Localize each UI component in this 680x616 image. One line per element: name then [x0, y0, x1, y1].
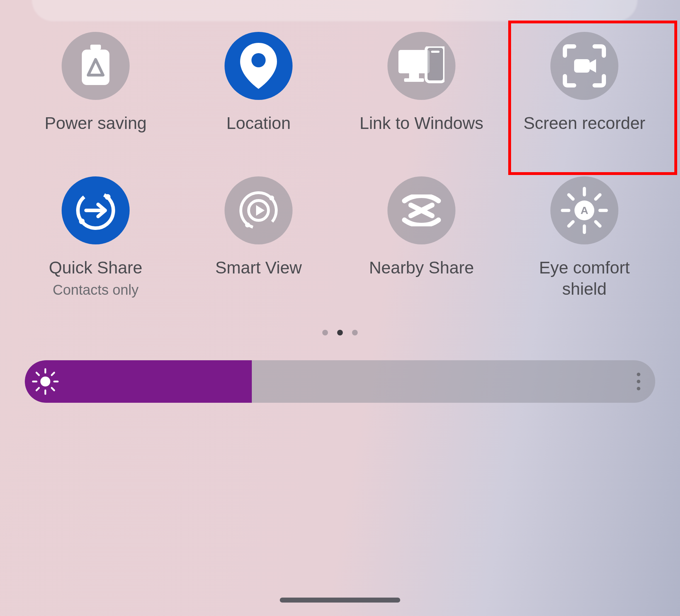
tile-label: Power saving — [45, 113, 147, 134]
svg-point-11 — [79, 219, 85, 224]
svg-line-34 — [36, 388, 39, 390]
tile-label: Link to Windows — [359, 113, 483, 134]
page-dot — [352, 330, 358, 335]
location-pin-icon — [225, 32, 293, 100]
tile-power-saving[interactable]: Power saving — [14, 32, 177, 134]
svg-line-31 — [36, 373, 39, 375]
svg-line-24 — [569, 222, 573, 226]
tile-link-to-windows[interactable]: Link to Windows — [340, 32, 503, 134]
tiles-grid: Power saving Location — [0, 0, 680, 300]
tile-quick-share[interactable]: Quick Share Contacts only — [14, 176, 177, 300]
quick-settings-panel: Power saving Location — [0, 0, 680, 616]
tile-label: Screen recorder — [523, 113, 645, 134]
tile-label: Nearby Share — [369, 257, 474, 278]
svg-rect-0 — [90, 45, 101, 50]
slider-track — [25, 360, 655, 403]
svg-text:A: A — [580, 204, 588, 216]
svg-rect-7 — [431, 51, 440, 53]
tile-eye-comfort-shield[interactable]: A Eye comfort shield — [503, 176, 666, 300]
svg-rect-5 — [404, 78, 424, 82]
tile-label: Eye comfort shield — [517, 257, 652, 300]
smart-view-icon — [225, 176, 293, 244]
quick-share-icon — [62, 176, 130, 244]
tile-label: Smart View — [215, 257, 302, 278]
svg-line-33 — [52, 373, 54, 375]
svg-line-32 — [52, 388, 54, 390]
tile-label: Location — [226, 113, 290, 134]
tile-location[interactable]: Location — [177, 32, 340, 134]
link-windows-icon — [387, 32, 455, 100]
svg-point-10 — [105, 194, 110, 200]
svg-line-21 — [569, 195, 573, 199]
brightness-slider[interactable] — [25, 360, 655, 403]
svg-point-2 — [251, 53, 266, 67]
svg-rect-1 — [82, 50, 109, 85]
tile-label: Quick Share — [49, 257, 142, 278]
screen-recorder-icon — [550, 32, 618, 100]
eye-comfort-icon: A — [550, 176, 618, 244]
svg-rect-4 — [409, 73, 419, 78]
tile-smart-view[interactable]: Smart View — [177, 176, 340, 300]
tile-nearby-share[interactable]: Nearby Share — [340, 176, 503, 300]
svg-point-14 — [245, 222, 250, 227]
page-dot — [322, 330, 328, 335]
svg-point-15 — [269, 196, 274, 200]
tile-sublabel: Contacts only — [53, 282, 138, 298]
brightness-icon — [32, 368, 59, 395]
svg-line-23 — [596, 195, 600, 199]
more-options-button[interactable] — [637, 373, 640, 390]
svg-line-22 — [596, 222, 600, 226]
svg-point-35 — [40, 377, 50, 386]
tile-screen-recorder[interactable]: Screen recorder — [503, 32, 666, 134]
nav-handle[interactable] — [280, 598, 400, 603]
page-dot-active — [337, 330, 343, 335]
battery-triangle-icon — [62, 32, 130, 100]
svg-rect-8 — [574, 59, 590, 73]
page-indicator[interactable] — [0, 330, 680, 335]
nearby-share-icon — [387, 176, 455, 244]
collapsed-bar-hint — [32, 0, 638, 21]
